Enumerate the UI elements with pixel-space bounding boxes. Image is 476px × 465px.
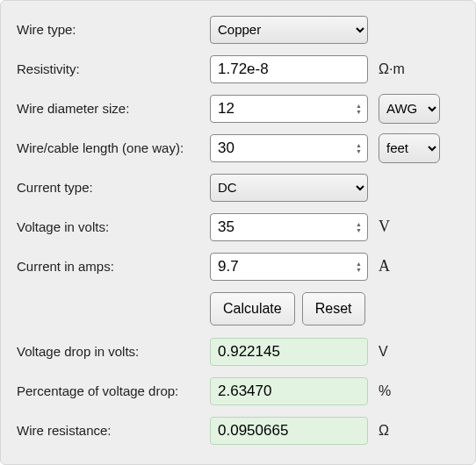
current-type-select[interactable]: DC (210, 174, 368, 202)
voltage-input[interactable]: 35 ▲▼ (210, 213, 368, 241)
resistivity-unit: Ω·m (368, 61, 456, 77)
voltage-label: Voltage in volts: (17, 219, 210, 234)
calculate-button[interactable]: Calculate (210, 292, 295, 326)
current-type-label: Current type: (17, 180, 210, 195)
vdrop-pct-result: 2.63470 (210, 377, 368, 405)
wire-type-select[interactable]: Copper (210, 16, 368, 44)
length-input[interactable]: 30 ▲▼ (210, 134, 368, 162)
diameter-spinner[interactable]: ▲▼ (356, 103, 362, 115)
reset-button[interactable]: Reset (302, 292, 365, 326)
calculator-panel: Wire type: Copper Resistivity: Ω·m Wire … (0, 0, 476, 465)
resistivity-label: Resistivity: (17, 61, 210, 76)
length-unit-select[interactable]: feet (379, 133, 440, 163)
current-input[interactable]: 9.7 ▲▼ (210, 253, 368, 281)
diameter-input[interactable]: 12 ▲▼ (210, 95, 368, 123)
current-unit: A (368, 257, 456, 275)
wire-res-unit: Ω (368, 423, 456, 439)
diameter-unit-select[interactable]: AWG (379, 94, 440, 124)
vdrop-unit: V (368, 344, 456, 360)
current-label: Current in amps: (17, 259, 210, 274)
vdrop-label: Voltage drop in volts: (17, 344, 210, 359)
vdrop-result: 0.922145 (210, 338, 368, 366)
current-spinner[interactable]: ▲▼ (356, 261, 362, 273)
length-spinner[interactable]: ▲▼ (356, 142, 362, 154)
wire-type-label: Wire type: (17, 22, 210, 37)
voltage-spinner[interactable]: ▲▼ (356, 221, 362, 233)
voltage-unit: V (368, 218, 456, 236)
wire-res-label: Wire resistance: (17, 423, 210, 438)
length-label: Wire/cable length (one way): (17, 140, 210, 155)
resistivity-input[interactable] (210, 55, 368, 83)
vdrop-pct-label: Percentage of voltage drop: (17, 383, 210, 398)
wire-res-result: 0.0950665 (210, 417, 368, 445)
diameter-label: Wire diameter size: (17, 101, 210, 116)
vdrop-pct-unit: % (368, 383, 456, 399)
